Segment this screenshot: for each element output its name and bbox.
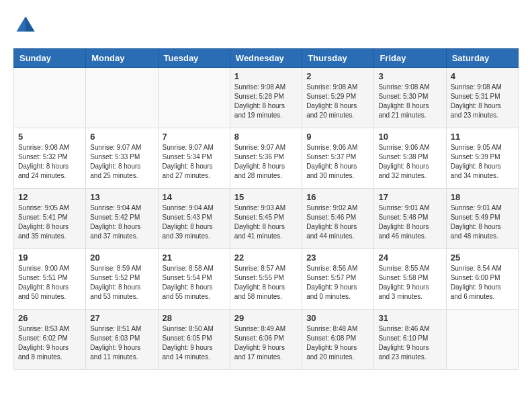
- calendar-cell: 17Sunrise: 9:01 AM Sunset: 5:48 PM Dayli…: [374, 189, 446, 249]
- calendar-cell: 29Sunrise: 8:49 AM Sunset: 6:06 PM Dayli…: [230, 310, 302, 370]
- day-of-week-header: Sunday: [14, 49, 86, 68]
- day-info: Sunrise: 8:53 AM Sunset: 6:02 PM Dayligh…: [18, 324, 81, 362]
- day-number: 2: [306, 71, 369, 81]
- day-info: Sunrise: 8:58 AM Sunset: 5:54 PM Dayligh…: [163, 264, 226, 302]
- calendar-header-row: SundayMondayTuesdayWednesdayThursdayFrid…: [14, 49, 519, 68]
- calendar-cell: [86, 68, 158, 128]
- day-info: Sunrise: 9:02 AM Sunset: 5:46 PM Dayligh…: [306, 203, 369, 241]
- calendar-cell: 19Sunrise: 9:00 AM Sunset: 5:51 PM Dayli…: [14, 249, 86, 310]
- day-number: 17: [378, 192, 441, 202]
- day-number: 13: [90, 192, 153, 202]
- day-info: Sunrise: 8:49 AM Sunset: 6:06 PM Dayligh…: [234, 324, 298, 362]
- calendar-cell: 20Sunrise: 8:59 AM Sunset: 5:52 PM Dayli…: [86, 249, 158, 310]
- calendar-cell: 3Sunrise: 9:08 AM Sunset: 5:30 PM Daylig…: [374, 68, 446, 128]
- calendar-cell: 10Sunrise: 9:06 AM Sunset: 5:38 PM Dayli…: [374, 128, 446, 189]
- day-of-week-header: Thursday: [302, 49, 374, 68]
- day-info: Sunrise: 8:46 AM Sunset: 6:10 PM Dayligh…: [378, 324, 441, 362]
- calendar-cell: 11Sunrise: 9:05 AM Sunset: 5:39 PM Dayli…: [446, 128, 518, 189]
- day-of-week-header: Monday: [86, 49, 158, 68]
- calendar-cell: 5Sunrise: 9:08 AM Sunset: 5:32 PM Daylig…: [14, 128, 86, 189]
- calendar-cell: 8Sunrise: 9:07 AM Sunset: 5:36 PM Daylig…: [230, 128, 302, 189]
- day-number: 24: [378, 253, 441, 263]
- calendar-cell: [158, 68, 230, 128]
- day-number: 9: [306, 132, 369, 142]
- calendar-cell: 21Sunrise: 8:58 AM Sunset: 5:54 PM Dayli…: [158, 249, 230, 310]
- day-of-week-header: Wednesday: [230, 49, 302, 68]
- day-number: 14: [163, 192, 226, 202]
- calendar-cell: 12Sunrise: 9:05 AM Sunset: 5:41 PM Dayli…: [14, 189, 86, 249]
- day-info: Sunrise: 9:07 AM Sunset: 5:34 PM Dayligh…: [163, 143, 226, 181]
- day-number: 15: [234, 192, 298, 202]
- calendar-cell: 18Sunrise: 9:01 AM Sunset: 5:49 PM Dayli…: [446, 189, 518, 249]
- day-info: Sunrise: 9:01 AM Sunset: 5:48 PM Dayligh…: [378, 203, 441, 241]
- day-number: 18: [451, 192, 514, 202]
- calendar-cell: 27Sunrise: 8:51 AM Sunset: 6:03 PM Dayli…: [86, 310, 158, 370]
- calendar-cell: 16Sunrise: 9:02 AM Sunset: 5:46 PM Dayli…: [302, 189, 374, 249]
- day-info: Sunrise: 9:07 AM Sunset: 5:36 PM Dayligh…: [234, 143, 298, 181]
- calendar-cell: 6Sunrise: 9:07 AM Sunset: 5:33 PM Daylig…: [86, 128, 158, 189]
- day-number: 6: [90, 132, 153, 142]
- day-number: 22: [234, 253, 298, 263]
- day-info: Sunrise: 9:06 AM Sunset: 5:37 PM Dayligh…: [306, 143, 369, 181]
- day-info: Sunrise: 9:03 AM Sunset: 5:45 PM Dayligh…: [234, 203, 298, 241]
- calendar-cell: 13Sunrise: 9:04 AM Sunset: 5:42 PM Dayli…: [86, 189, 158, 249]
- logo-icon: [13, 13, 38, 38]
- day-number: 29: [234, 313, 298, 323]
- day-number: 3: [378, 71, 441, 81]
- day-info: Sunrise: 9:07 AM Sunset: 5:33 PM Dayligh…: [90, 143, 153, 181]
- day-info: Sunrise: 9:08 AM Sunset: 5:28 PM Dayligh…: [234, 83, 298, 120]
- day-info: Sunrise: 8:56 AM Sunset: 5:57 PM Dayligh…: [306, 264, 369, 302]
- day-number: 16: [306, 192, 369, 202]
- calendar-cell: 31Sunrise: 8:46 AM Sunset: 6:10 PM Dayli…: [374, 310, 446, 370]
- day-info: Sunrise: 8:57 AM Sunset: 5:55 PM Dayligh…: [234, 264, 298, 302]
- day-number: 23: [306, 253, 369, 263]
- calendar-cell: 7Sunrise: 9:07 AM Sunset: 5:34 PM Daylig…: [158, 128, 230, 189]
- day-info: Sunrise: 9:01 AM Sunset: 5:49 PM Dayligh…: [451, 203, 514, 241]
- day-number: 19: [18, 253, 81, 263]
- day-of-week-header: Friday: [374, 49, 446, 68]
- day-number: 10: [378, 132, 441, 142]
- calendar-week-row: 12Sunrise: 9:05 AM Sunset: 5:41 PM Dayli…: [14, 189, 519, 249]
- calendar-cell: 15Sunrise: 9:03 AM Sunset: 5:45 PM Dayli…: [230, 189, 302, 249]
- calendar-week-row: 26Sunrise: 8:53 AM Sunset: 6:02 PM Dayli…: [14, 310, 519, 370]
- day-info: Sunrise: 9:08 AM Sunset: 5:29 PM Dayligh…: [306, 83, 369, 120]
- day-number: 30: [306, 313, 369, 323]
- calendar-week-row: 5Sunrise: 9:08 AM Sunset: 5:32 PM Daylig…: [14, 128, 519, 189]
- day-number: 26: [18, 313, 81, 323]
- day-info: Sunrise: 9:08 AM Sunset: 5:30 PM Dayligh…: [378, 83, 441, 120]
- day-info: Sunrise: 9:08 AM Sunset: 5:32 PM Dayligh…: [18, 143, 81, 181]
- day-info: Sunrise: 9:00 AM Sunset: 5:51 PM Dayligh…: [18, 264, 81, 302]
- day-number: 25: [451, 253, 514, 263]
- day-number: 11: [451, 132, 514, 142]
- day-info: Sunrise: 8:48 AM Sunset: 6:08 PM Dayligh…: [306, 324, 369, 362]
- calendar-cell: 28Sunrise: 8:50 AM Sunset: 6:05 PM Dayli…: [158, 310, 230, 370]
- day-number: 5: [18, 132, 81, 142]
- day-number: 7: [163, 132, 226, 142]
- logo: [13, 13, 42, 38]
- day-number: 4: [451, 71, 514, 81]
- calendar-cell: 14Sunrise: 9:04 AM Sunset: 5:43 PM Dayli…: [158, 189, 230, 249]
- calendar-cell: 2Sunrise: 9:08 AM Sunset: 5:29 PM Daylig…: [302, 68, 374, 128]
- day-number: 21: [163, 253, 226, 263]
- day-info: Sunrise: 8:54 AM Sunset: 6:00 PM Dayligh…: [451, 264, 514, 302]
- calendar-week-row: 1Sunrise: 9:08 AM Sunset: 5:28 PM Daylig…: [14, 68, 519, 128]
- day-info: Sunrise: 9:05 AM Sunset: 5:39 PM Dayligh…: [451, 143, 514, 181]
- day-of-week-header: Tuesday: [158, 49, 230, 68]
- calendar-cell: 24Sunrise: 8:55 AM Sunset: 5:58 PM Dayli…: [374, 249, 446, 310]
- page-header: [13, 13, 519, 38]
- day-number: 27: [90, 313, 153, 323]
- day-info: Sunrise: 9:05 AM Sunset: 5:41 PM Dayligh…: [18, 203, 81, 241]
- calendar-cell: 26Sunrise: 8:53 AM Sunset: 6:02 PM Dayli…: [14, 310, 86, 370]
- day-number: 31: [378, 313, 441, 323]
- calendar-cell: 22Sunrise: 8:57 AM Sunset: 5:55 PM Dayli…: [230, 249, 302, 310]
- day-info: Sunrise: 9:04 AM Sunset: 5:43 PM Dayligh…: [163, 203, 226, 241]
- day-number: 12: [18, 192, 81, 202]
- day-number: 28: [163, 313, 226, 323]
- calendar-table: SundayMondayTuesdayWednesdayThursdayFrid…: [13, 48, 519, 370]
- svg-marker-1: [26, 17, 35, 32]
- calendar-cell: 30Sunrise: 8:48 AM Sunset: 6:08 PM Dayli…: [302, 310, 374, 370]
- day-number: 20: [90, 253, 153, 263]
- day-info: Sunrise: 8:59 AM Sunset: 5:52 PM Dayligh…: [90, 264, 153, 302]
- calendar-cell: 25Sunrise: 8:54 AM Sunset: 6:00 PM Dayli…: [446, 249, 518, 310]
- day-info: Sunrise: 8:55 AM Sunset: 5:58 PM Dayligh…: [378, 264, 441, 302]
